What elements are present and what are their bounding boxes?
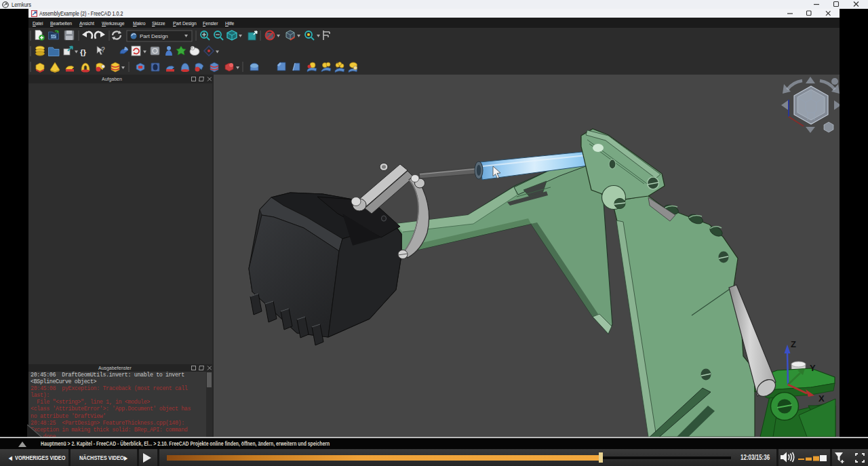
svg-text:Y: Y bbox=[810, 363, 816, 373]
svg-text:{}: {} bbox=[80, 48, 86, 56]
svg-text:X: X bbox=[818, 393, 825, 404]
svg-text:Z: Z bbox=[791, 339, 796, 349]
svg-text:?: ? bbox=[101, 46, 105, 54]
svg-text:Part Design: Part Design bbox=[140, 33, 168, 39]
